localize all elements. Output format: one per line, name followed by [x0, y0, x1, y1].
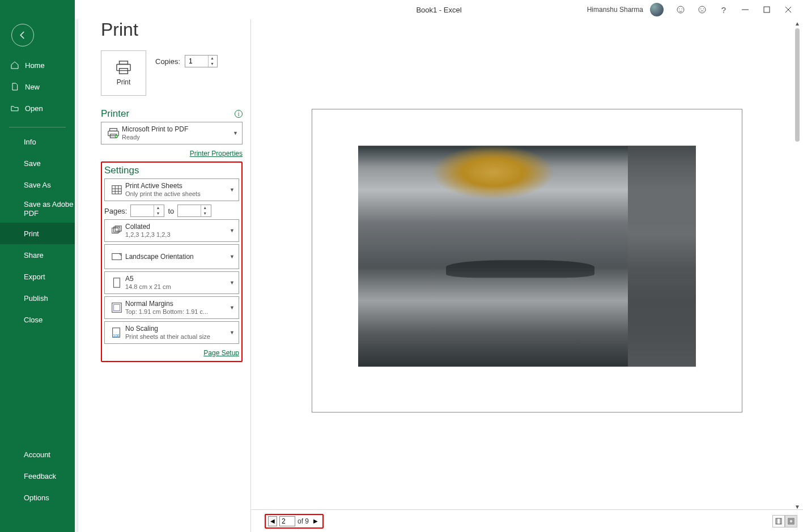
previous-page-button[interactable]: ◀: [268, 516, 277, 526]
margins-sub: Top: 1.91 cm Bottom: 1.91 c...: [125, 308, 230, 316]
paper-size-title: A5: [125, 275, 230, 283]
scale-sub: Print sheets at their actual size: [125, 333, 230, 341]
close-button[interactable]: [784, 5, 793, 14]
printer-dropdown[interactable]: Microsoft Print to PDF Ready ▼: [101, 122, 243, 144]
sidebar-item-label: Close: [24, 316, 43, 324]
print-settings-pane: Print Print Copies: ▲▼ Printer i Microso…: [78, 0, 250, 532]
preview-vertical-scrollbar[interactable]: ▲ ▼: [793, 28, 802, 504]
chevron-down-icon: ▼: [230, 228, 236, 233]
pages-from-spinner[interactable]: ▲▼: [130, 205, 164, 217]
paper-size-sub: 14.8 cm x 21 cm: [125, 283, 230, 291]
svg-point-10: [682, 8, 682, 9]
help-icon[interactable]: ?: [719, 5, 728, 14]
back-button[interactable]: [11, 24, 34, 46]
sidebar-item-save[interactable]: Save: [0, 152, 75, 174]
sidebar-item-label: Open: [25, 104, 43, 113]
preview-page: [312, 109, 742, 412]
printer-info-icon[interactable]: i: [235, 110, 243, 118]
svg-rect-34: [114, 278, 120, 288]
margins-dropdown[interactable]: Normal Margins Top: 1.91 cm Bottom: 1.91…: [104, 296, 239, 319]
copies-input[interactable]: [185, 57, 208, 65]
sidebar-item-account[interactable]: Account: [0, 444, 75, 465]
sidebar-item-label: New: [25, 83, 40, 91]
copies-spinner[interactable]: ▲▼: [185, 55, 218, 67]
sidebar-item-label: Options: [24, 493, 49, 502]
pages-from-down[interactable]: ▼: [154, 211, 162, 216]
sidebar-item-info[interactable]: Info: [0, 131, 75, 152]
copies-label: Copies:: [155, 57, 180, 66]
sidebar-item-share[interactable]: Share: [0, 244, 75, 266]
sidebar-item-feedback[interactable]: Feedback: [0, 465, 75, 487]
page-setup-link[interactable]: Page Setup: [203, 349, 239, 357]
preview-image-placeholder: [358, 146, 696, 367]
svg-point-8: [677, 6, 684, 13]
page-navigator-highlight-annotation: ◀ of 9 ▶: [265, 514, 324, 529]
sidebar-item-options[interactable]: Options: [0, 487, 75, 508]
sidebar-item-publish[interactable]: Publish: [0, 287, 75, 309]
sidebar-item-open[interactable]: Open: [0, 97, 75, 119]
settings-section-heading: Settings: [104, 165, 139, 176]
sidebar-item-new[interactable]: New: [0, 76, 75, 97]
scale-title: No Scaling: [125, 325, 230, 333]
sidebar-item-saveadobe[interactable]: Save as Adobe PDF: [0, 195, 75, 223]
svg-rect-43: [789, 520, 793, 523]
sidebar-item-label: Share: [24, 251, 44, 259]
paper-size-dropdown[interactable]: A5 14.8 cm x 21 cm ▼: [104, 271, 239, 294]
backstage-main: Book1 - Excel Himanshu Sharma ? Print Pr…: [75, 0, 803, 532]
chevron-down-icon: ▼: [230, 330, 236, 335]
orientation-dropdown[interactable]: Landscape Orientation ▼: [104, 244, 239, 269]
chevron-down-icon: ▼: [233, 130, 240, 136]
printer-properties-link[interactable]: Printer Properties: [190, 150, 243, 158]
zoom-to-page-button[interactable]: [785, 515, 797, 527]
frown-feedback-icon[interactable]: [698, 5, 707, 14]
account-avatar[interactable]: [650, 3, 664, 16]
svg-rect-20: [120, 69, 128, 74]
svg-rect-36: [114, 305, 120, 311]
settings-highlight-annotation: Settings Print Active Sheets Only print …: [101, 161, 243, 362]
print-what-title: Print Active Sheets: [125, 182, 230, 190]
printer-device-icon: [105, 127, 122, 139]
sidebar-item-saveas[interactable]: Save As: [0, 174, 75, 195]
print-button[interactable]: Print: [101, 50, 146, 96]
pages-to-down[interactable]: ▼: [201, 211, 209, 216]
current-page-input[interactable]: [279, 516, 295, 526]
pages-from-input[interactable]: [131, 207, 154, 215]
margins-icon: [108, 301, 125, 314]
minimize-button[interactable]: [741, 5, 750, 14]
sidebar-item-label: Save: [24, 159, 41, 168]
svg-point-9: [679, 8, 679, 9]
copies-down[interactable]: ▼: [209, 61, 216, 67]
orientation-icon: [108, 250, 125, 263]
sidebar-item-label: Print: [24, 229, 39, 238]
pages-to-up[interactable]: ▲: [201, 205, 209, 211]
print-what-sub: Only print the active sheets: [125, 190, 230, 198]
margins-title: Normal Margins: [125, 300, 230, 308]
sidebar-item-export[interactable]: Export: [0, 266, 75, 287]
copies-up[interactable]: ▲: [209, 56, 216, 61]
scaling-dropdown[interactable]: 100 No Scaling Print sheets at their act…: [104, 321, 239, 344]
show-margins-button[interactable]: [772, 515, 785, 527]
sheets-icon: [108, 184, 125, 196]
sidebar-item-close[interactable]: Close: [0, 309, 75, 330]
svg-point-11: [699, 6, 706, 13]
smile-feedback-icon[interactable]: [676, 5, 685, 14]
pages-to-input[interactable]: [178, 207, 201, 215]
account-username: Himanshu Sharma: [587, 6, 643, 14]
sidebar-item-home[interactable]: Home: [0, 54, 75, 76]
print-what-dropdown[interactable]: Print Active Sheets Only print the activ…: [104, 178, 239, 201]
collate-icon: [108, 224, 125, 237]
maximize-button[interactable]: [762, 5, 771, 14]
pages-from-up[interactable]: ▲: [154, 205, 162, 211]
next-page-button[interactable]: ▶: [311, 516, 320, 526]
backstage-sidebar: Home New Open Info Save Save As Save as …: [0, 0, 75, 532]
orientation-title: Landscape Orientation: [125, 253, 230, 261]
scroll-thumb[interactable]: [795, 28, 800, 142]
scroll-up-icon[interactable]: ▲: [793, 20, 802, 28]
printer-name: Microsoft Print to PDF: [122, 125, 233, 133]
pages-to-spinner[interactable]: ▲▼: [177, 205, 211, 217]
pages-label: Pages:: [104, 207, 127, 215]
sidebar-item-label: Save As: [24, 181, 51, 189]
svg-rect-18: [120, 61, 128, 65]
collation-dropdown[interactable]: Collated 1,2,3 1,2,3 1,2,3 ▼: [104, 219, 239, 242]
sidebar-item-print[interactable]: Print: [0, 223, 75, 244]
